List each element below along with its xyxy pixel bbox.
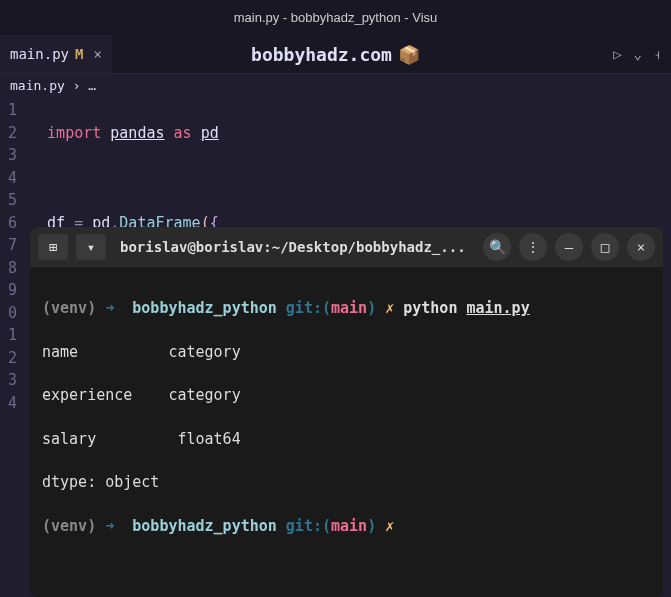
tab-main-py[interactable]: main.py M × bbox=[0, 35, 112, 73]
box-icon: 📦 bbox=[398, 44, 420, 65]
terminal-output: salary float64 bbox=[42, 429, 651, 451]
terminal-output: experience category bbox=[42, 385, 651, 407]
line-num: 4 bbox=[8, 392, 17, 415]
tab-actions: ▷ ⌄ ⫞ bbox=[613, 46, 661, 62]
search-icon[interactable]: 🔍 bbox=[483, 233, 511, 261]
dropdown-button[interactable]: ▾ bbox=[76, 234, 106, 260]
line-num: 3 bbox=[8, 144, 17, 167]
line-num: 2 bbox=[8, 122, 17, 145]
tab-modified-badge: M bbox=[75, 46, 83, 62]
close-icon[interactable]: × bbox=[627, 233, 655, 261]
line-num: 1 bbox=[8, 99, 17, 122]
terminal-output: dtype: object bbox=[42, 472, 651, 494]
window-title: main.py - bobbyhadz_python - Visu bbox=[234, 10, 438, 25]
gutter: 1 2 3 4 5 6 7 8 9 0 1 2 3 4 bbox=[0, 97, 29, 597]
line-num: 3 bbox=[8, 369, 17, 392]
line-num: 9 bbox=[8, 279, 17, 302]
breadcrumb-sep: › bbox=[73, 78, 81, 93]
line-num: 8 bbox=[8, 257, 17, 280]
terminal-header: ⊞ ▾ borislav@borislav:~/Desktop/bobbyhad… bbox=[30, 227, 663, 267]
center-text: bobbyhadz.com bbox=[251, 44, 392, 65]
play-icon[interactable]: ▷ bbox=[613, 46, 621, 62]
window-titlebar: main.py - bobbyhadz_python - Visu bbox=[0, 0, 671, 35]
breadcrumb[interactable]: main.py › … bbox=[0, 73, 671, 97]
terminal-window: ⊞ ▾ borislav@borislav:~/Desktop/bobbyhad… bbox=[30, 227, 663, 598]
terminal-output: name category bbox=[42, 342, 651, 364]
tabs-row: main.py M × bobbyhadz.com 📦 ▷ ⌄ ⫞ bbox=[0, 35, 671, 73]
breadcrumb-file: main.py bbox=[10, 78, 65, 93]
close-icon[interactable]: × bbox=[93, 46, 101, 62]
menu-icon[interactable]: ⋮ bbox=[519, 233, 547, 261]
line-num: 1 bbox=[8, 324, 17, 347]
maximize-icon[interactable]: □ bbox=[591, 233, 619, 261]
breadcrumb-more: … bbox=[88, 78, 96, 93]
line-num: 2 bbox=[8, 347, 17, 370]
minimize-icon[interactable]: – bbox=[555, 233, 583, 261]
new-tab-button[interactable]: ⊞ bbox=[38, 234, 68, 260]
line-num: 7 bbox=[8, 234, 17, 257]
tab-label: main.py bbox=[10, 46, 69, 62]
line-num: 4 bbox=[8, 167, 17, 190]
chevron-down-icon[interactable]: ⌄ bbox=[634, 46, 642, 62]
terminal-body[interactable]: (venv) ➜ bobbyhadz_python git:(main) ✗ p… bbox=[30, 267, 663, 598]
terminal-title: borislav@borislav:~/Desktop/bobbyhadz_..… bbox=[120, 239, 475, 255]
split-icon[interactable]: ⫞ bbox=[654, 46, 661, 62]
line-num: 5 bbox=[8, 189, 17, 212]
line-num: 0 bbox=[8, 302, 17, 325]
center-title: bobbyhadz.com 📦 bbox=[251, 44, 420, 65]
line-num: 6 bbox=[8, 212, 17, 235]
